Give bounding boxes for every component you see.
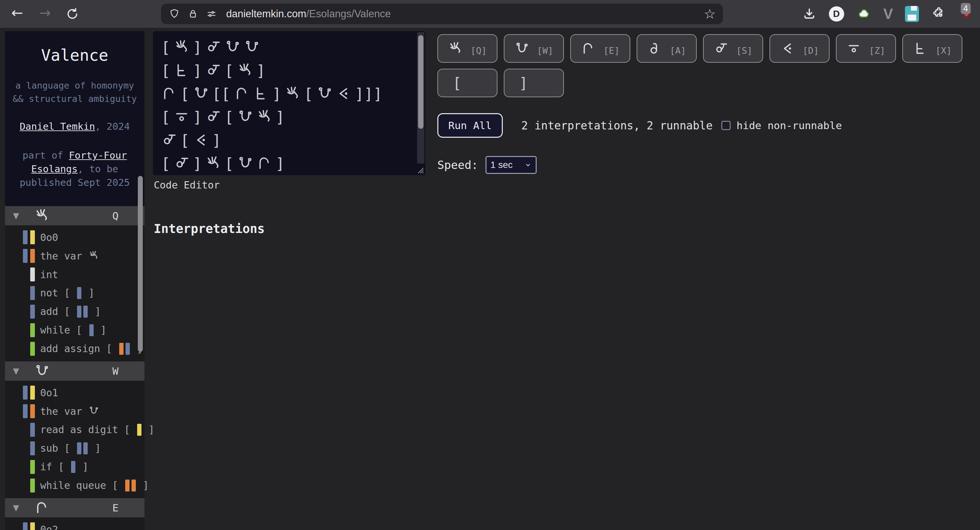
editor-scrollbar-thumb[interactable] (418, 35, 423, 129)
type-bars (17, 441, 35, 455)
symbol-meaning-item: the var (5, 247, 145, 265)
key-shortcut-label: [E] (603, 46, 620, 56)
collapse-triangle-icon[interactable]: ▼ (13, 503, 19, 513)
glyph-token (174, 62, 189, 79)
close-bracket-key[interactable]: ] (504, 69, 564, 97)
sidebar-scrollbar[interactable] (138, 176, 143, 352)
key-shortcut-label: [X] (935, 46, 952, 56)
code-text: [ (224, 62, 234, 79)
glyph-token (205, 155, 221, 173)
hide-non-runnable-checkbox[interactable] (721, 121, 730, 130)
code-text: ] (193, 155, 202, 173)
code-text: ] (76, 461, 88, 473)
claw-glyph-icon (285, 86, 301, 102)
code-text: ] (212, 132, 221, 149)
collapse-triangle-icon[interactable]: ▼ (13, 367, 19, 376)
glyph-token (253, 85, 269, 103)
hook-glyph-icon (193, 86, 209, 102)
glyph-token (336, 85, 352, 103)
code-text: while [ (40, 324, 88, 336)
section-items-E: 0o2the var read as var [ ] (5, 517, 145, 530)
collapse-triangle-icon[interactable]: ▼ (13, 211, 19, 221)
code-text: ] (193, 62, 202, 79)
symbol-key-X[interactable]: [X] (902, 34, 963, 63)
code-text: ] (89, 306, 100, 317)
code-editor-content: [][][][[[][]]][][][][][] (153, 31, 425, 173)
author-line: Daniel Temkin, 2024 (10, 121, 140, 132)
extension-d-icon[interactable]: D (829, 6, 844, 22)
claw-glyph-icon (448, 41, 463, 56)
reload-button[interactable] (65, 6, 80, 21)
adblock-shield-icon[interactable]: 4 (958, 6, 975, 22)
hide-non-runnable-label[interactable]: hide non-runnable (737, 119, 842, 132)
speed-row: Speed: 1 sec (438, 156, 537, 174)
symbol-meaning-item: 0o1 (5, 383, 145, 402)
author-link[interactable]: Daniel Temkin (20, 121, 95, 132)
symbol-keyboard-row: [Q][W][E][A][S][D][Z][X] (438, 34, 963, 63)
resize-handle-icon[interactable] (414, 164, 425, 175)
download-icon[interactable] (802, 6, 817, 22)
v-extension-icon[interactable]: V (883, 6, 893, 22)
hook-glyph-icon (514, 41, 529, 56)
value-bar (83, 443, 88, 454)
key-shortcut-label: [Z] (869, 46, 885, 56)
address-bar[interactable]: danieltemkin.com/Esolangs/Valence ☆ (161, 4, 723, 24)
symbol-key-D[interactable]: [D] (770, 34, 830, 63)
meaning-label: add [ ] (40, 306, 101, 317)
symbol-meaning-item: int (5, 265, 145, 284)
cloud-icon[interactable] (856, 6, 872, 22)
type-bars (17, 479, 35, 492)
url-host: danieltemkin.com (226, 8, 306, 20)
permissions-icon[interactable] (205, 8, 218, 20)
symbol-key-Z[interactable]: [Z] (836, 34, 896, 63)
forward-button[interactable]: → (39, 5, 51, 21)
meaning-label: not [ ] (40, 287, 95, 299)
glyph-token (193, 132, 209, 149)
code-text: ] (89, 443, 100, 454)
symbol-key-S[interactable]: [S] (703, 34, 763, 63)
symbol-key-A[interactable]: [A] (636, 34, 697, 63)
value-bar (77, 443, 81, 454)
open-bracket-key[interactable]: [ (438, 69, 498, 97)
key-shortcut-label: [S] (736, 46, 752, 56)
glyph-token (88, 406, 99, 417)
claw-glyph-icon (237, 62, 253, 78)
glyph-token (161, 85, 177, 103)
type-bar (30, 249, 35, 263)
bookmark-star-icon[interactable]: ☆ (704, 6, 716, 22)
type-bars (17, 249, 35, 263)
glyph-token (237, 108, 253, 126)
run-bar: Run All 2 interpretations, 2 runnable hi… (438, 113, 842, 138)
code-text: ]]] (355, 85, 382, 103)
puzzle-icon[interactable] (931, 6, 946, 22)
symbol-meaning-item: add assign [ ] (5, 340, 145, 358)
shield-icon[interactable] (169, 8, 180, 20)
glyph-token (234, 85, 250, 103)
code-text: add [ (40, 306, 76, 317)
gT-glyph-icon (174, 156, 189, 171)
type-bar (23, 230, 27, 244)
section-header-W[interactable]: ▼W (5, 362, 145, 381)
lessdot-glyph-icon (336, 86, 352, 102)
code-text: 0o0 (40, 232, 58, 243)
run-all-button[interactable]: Run All (438, 113, 503, 138)
symbol-key-W[interactable]: [W] (504, 34, 564, 63)
lessdot-glyph-icon (780, 41, 795, 56)
symbol-key-Q[interactable]: [Q] (438, 34, 498, 63)
section-header-E[interactable]: ▼E (5, 498, 145, 517)
back-button[interactable]: ← (11, 5, 23, 21)
section-header-Q[interactable]: ▼Q (5, 206, 145, 225)
symbol-meaning-item: read as digit [ ] (5, 421, 145, 439)
collection-prefix: part of (22, 150, 69, 161)
symbol-key-E[interactable]: [E] (570, 34, 630, 63)
gT-glyph-icon (161, 132, 177, 148)
meaning-label: while [ ] (40, 324, 107, 336)
code-text: [ (180, 132, 189, 149)
save-icon[interactable] (905, 6, 919, 22)
glyph-token (317, 85, 332, 103)
value-bar (132, 479, 136, 492)
value-bar (83, 306, 88, 317)
code-editor[interactable]: [][][][[[][]]][][][][][] (153, 31, 425, 175)
claw-glyph-icon (205, 156, 221, 171)
speed-select[interactable]: 1 sec (485, 156, 537, 174)
